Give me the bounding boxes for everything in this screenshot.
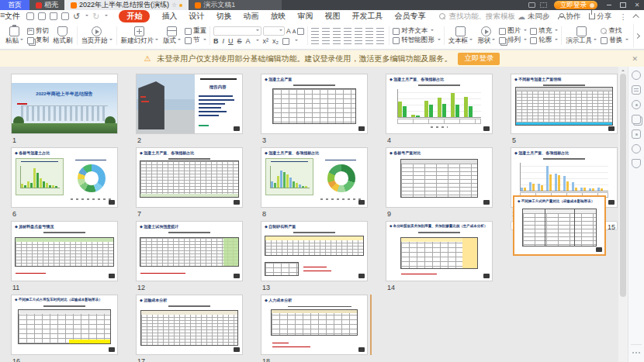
paragraph-settings-icon[interactable]	[376, 37, 384, 44]
subscript-button[interactable]: x₂	[272, 37, 279, 45]
clear-format-icon[interactable]	[297, 28, 304, 35]
outline-button[interactable]: 轮廓	[530, 36, 558, 45]
numbered-list-icon[interactable]	[322, 28, 330, 35]
layout-button[interactable]: 版式	[162, 25, 182, 47]
ribbon-expand-button[interactable]	[633, 24, 641, 47]
slide-title: ◆ 混凝土试块强度统计	[137, 222, 242, 229]
slide-thumbnail-9[interactable]: ◆ 各标号产量对比 9	[386, 147, 493, 221]
align-text-button[interactable]: 对齐文本	[393, 26, 441, 36]
fill-button[interactable]: 填充	[530, 26, 558, 36]
slide-thumbnail-2[interactable]: 报告内容 2	[136, 74, 243, 147]
convert-smartart-button[interactable]: 转智能图形	[393, 36, 441, 45]
maximize-button[interactable]	[616, 0, 630, 10]
tab-document-active[interactable]: 2022年上半年总结报告(演练) ☆	[64, 0, 189, 10]
strikethrough-button[interactable]: S	[237, 37, 242, 45]
slide-title: ◆ 混凝土总产量	[261, 74, 367, 81]
slide-thumbnail-15-selected[interactable]: ◆ 不同施工方式的产量对比（运输成本影响图表） 15	[511, 221, 618, 230]
slide-thumbnail-8[interactable]: ◆ 混凝土月产量、各项指标占比	[261, 147, 368, 221]
slide-number: 1	[11, 134, 118, 144]
justify-icon[interactable]	[344, 37, 351, 44]
slide-thumbnail-4[interactable]: ◆ 混凝土月产量、各项指标占比 4	[386, 74, 493, 147]
slide-thumbnail-1[interactable]: DONGDA 东达 2022年商砼上半年总结报告 1	[11, 74, 118, 147]
section-button[interactable]: 节	[185, 36, 206, 45]
decrease-indent-icon[interactable]	[333, 28, 341, 35]
bullet-list-icon[interactable]	[311, 28, 319, 35]
slide-thumbnail-3[interactable]: ◆ 混凝土总产量 3	[261, 74, 368, 147]
smart-assist-icon[interactable]	[632, 100, 641, 109]
security-icon[interactable]	[632, 159, 641, 168]
tab-docer[interactable]: 稻壳	[29, 0, 64, 10]
notice-login-button[interactable]: 立即登录	[458, 53, 500, 65]
slide-thumbnail-5[interactable]: ◆ 不同标号混凝土产量明细 5	[511, 74, 618, 147]
login-button[interactable]: 立即登录	[554, 1, 597, 9]
align-right-icon[interactable]	[333, 37, 341, 44]
close-button[interactable]: ✕	[630, 0, 644, 10]
find-button[interactable]: 查找	[601, 26, 628, 36]
tab-document-2[interactable]: 演示文稿1	[189, 0, 282, 10]
properties-icon[interactable]	[632, 85, 641, 95]
new-slide-label: 新建幻灯片	[121, 36, 154, 44]
slide-thumbnail-16[interactable]: ◆ 不同施工方式占用泵车时间对比（运输成本影响图表） 16	[11, 295, 118, 362]
scrollbar-thumb[interactable]	[620, 74, 626, 297]
slide-thumbnail-13[interactable]: ◆ 自制砂石料产量 13	[261, 221, 368, 295]
history-icon[interactable]	[632, 144, 641, 153]
tab-home[interactable]: 首页	[0, 0, 29, 10]
distribute-icon[interactable]	[355, 37, 362, 44]
scissors-icon	[27, 28, 34, 35]
wps-presentation-icon	[71, 2, 77, 9]
highlight-button[interactable]	[282, 38, 289, 45]
wps-ai-icon[interactable]	[632, 71, 641, 80]
font-color-button[interactable]: A	[246, 37, 251, 45]
slide-thumbnail-12[interactable]: ◆ 混凝土试块强度统计 12	[136, 221, 243, 295]
notice-close-icon[interactable]: ✕	[632, 55, 638, 63]
numbering-icon[interactable]	[365, 37, 373, 44]
font-size-select[interactable]	[263, 26, 285, 36]
slide-thumbnail-7[interactable]: ◆ 混凝土月产量、各项指标占比 7	[136, 147, 243, 221]
slide-thumbnail-11[interactable]: ◆ 原材料盘点盈亏情况 11	[11, 221, 118, 295]
reset-button[interactable]: 重置	[185, 26, 206, 36]
paragraph-tools[interactable]	[311, 28, 386, 44]
workspace-icon[interactable]	[540, 2, 547, 8]
file-menu[interactable]: ≡ 文件	[5, 11, 20, 22]
sidebar-more-icon[interactable]	[632, 352, 640, 353]
cut-button[interactable]: 剪切	[27, 26, 49, 36]
person-icon	[558, 13, 564, 19]
line-spacing-icon[interactable]	[355, 28, 362, 35]
columns-icon[interactable]	[376, 28, 384, 35]
shapes-button[interactable]: 形状	[476, 25, 496, 47]
increase-indent-icon[interactable]	[344, 28, 351, 35]
arrange-button[interactable]: 排列	[499, 36, 527, 45]
increase-font-icon[interactable]: A	[286, 27, 291, 35]
font-family-select[interactable]	[213, 26, 261, 36]
slide-thumbnail-6[interactable]: ◆ 各标号混凝土占比	[11, 147, 118, 221]
picture-button[interactable]: 图片	[499, 26, 527, 36]
text-direction-icon[interactable]	[365, 28, 373, 35]
underline-button[interactable]: U	[228, 37, 234, 45]
bold-button[interactable]: B	[213, 37, 219, 45]
data-table	[271, 309, 358, 336]
format-painter-button[interactable]: 格式刷	[52, 25, 74, 47]
align-left-icon[interactable]	[311, 37, 319, 44]
slide-thumbnail-18[interactable]: ◆ 人力成本分析 18	[261, 295, 368, 362]
align-center-icon[interactable]	[322, 37, 330, 44]
slide-thumbnail-14[interactable]: ◆ 各分站胶材及外加剂用量、外加剂掺量比例（生产成本分析） 14	[386, 221, 493, 295]
paste-button[interactable]: 粘贴	[5, 25, 24, 47]
presentation-tools-button[interactable]: 演示工具	[565, 25, 597, 47]
scroll-up-icon[interactable]	[621, 68, 625, 71]
slide-thumbnail-17[interactable]: ◆ 运输成本分析 17	[136, 295, 243, 362]
decrease-font-icon[interactable]: A	[293, 29, 296, 34]
play-from-current-button[interactable]: 当页开始	[81, 25, 113, 47]
superscript-button[interactable]: x²	[263, 37, 269, 45]
copy-button[interactable]: 复制	[27, 36, 49, 45]
textbox-button[interactable]: 文本框	[448, 25, 474, 47]
bar-chart-panel	[265, 158, 313, 195]
tab-list-icon[interactable]	[528, 2, 535, 8]
minimize-button[interactable]	[602, 0, 616, 10]
template-library-icon[interactable]	[632, 115, 641, 124]
image-tools-icon[interactable]	[632, 129, 641, 139]
new-slide-button[interactable]: 新建幻灯片	[120, 25, 160, 47]
replace-button[interactable]: 替换	[601, 36, 628, 45]
italic-button[interactable]: I	[223, 37, 225, 45]
vertical-scrollbar[interactable]	[618, 67, 628, 362]
favorite-star-icon[interactable]: ☆	[171, 2, 177, 9]
